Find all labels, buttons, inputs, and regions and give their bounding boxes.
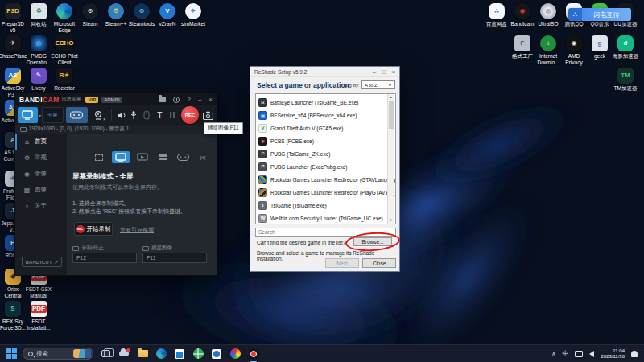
webcam-device-button[interactable]: × <box>89 107 108 123</box>
sidebar-item[interactable]: ▦ 图像 <box>15 182 67 198</box>
rec-button[interactable]: REC <box>181 106 199 124</box>
game-list-item[interactable]: T TslGame (TslGame.exe) <box>256 199 395 212</box>
search-input[interactable] <box>255 228 396 237</box>
start-button[interactable] <box>6 348 17 359</box>
task-view-button[interactable] <box>99 348 112 360</box>
clock[interactable]: 21:04 2023/11/30 <box>601 348 625 360</box>
desktop-icon[interactable]: ✈ ChasePlane <box>0 35 27 60</box>
browser-globe-button[interactable] <box>192 348 204 360</box>
capture-hotkey-input[interactable]: F11 <box>142 253 207 263</box>
hidden-icons-chevron[interactable]: ∧ <box>551 351 555 357</box>
game-recording-mode-button[interactable] <box>66 107 88 123</box>
microsoft-store-button[interactable] <box>173 348 186 360</box>
desktop-icon[interactable]: ✎ Livery <box>24 68 53 92</box>
capture-area-preset-button[interactable]: 全屏 <box>42 107 64 123</box>
game-list-item[interactable]: V Grand Theft Auto V (GTA5.exe) <box>256 121 395 134</box>
desktop-icon[interactable]: ✈ simMarket <box>179 3 208 27</box>
help-button[interactable]: ? <box>187 97 190 103</box>
chevron-down-icon[interactable]: ▾ <box>39 113 41 118</box>
desktop-icon[interactable]: P3D Prepar3D v5 <box>0 3 27 33</box>
desktop-icon[interactable]: PDF FSDT Installati... <box>24 301 53 331</box>
minimize-button[interactable]: – <box>198 97 201 103</box>
bandicut-link[interactable]: BANDICUT↗ <box>22 257 62 267</box>
widgets-weather-button[interactable] <box>118 348 130 360</box>
around-mouse-mode-button[interactable] <box>135 151 150 163</box>
game-list-item[interactable]: P PUBG (TslGame_ZK.exe) <box>256 147 395 160</box>
sidebar-item[interactable]: ℹ 关于 <box>15 198 67 214</box>
desktop-icon[interactable]: ECHO ECHO Pilot Client <box>50 35 79 65</box>
paint-app-button[interactable] <box>229 348 242 360</box>
desktop-icon[interactable]: ⊙ Steam <box>76 3 105 27</box>
desktop-icon[interactable]: S REX Sky Force 3D... <box>0 301 27 331</box>
mouse-effects-button[interactable] <box>140 107 153 123</box>
game-mode-button[interactable] <box>175 151 190 163</box>
pause-button[interactable] <box>166 107 179 123</box>
desktop-icon[interactable]: g geek <box>585 35 614 60</box>
select-area-mode-button[interactable] <box>92 151 106 163</box>
game-list-item[interactable]: ▣ BEService_x64 (BEService_x64.exe) <box>256 109 395 121</box>
desktop-icon[interactable]: F 格式工厂 <box>508 35 537 60</box>
sort-dropdown[interactable]: A to Z ▼ <box>361 80 395 89</box>
back-button[interactable]: ← <box>72 151 86 163</box>
start-recording-button[interactable]: REC 开始录制 <box>74 222 113 236</box>
directx-mode-button[interactable]: [#] <box>196 151 210 163</box>
microphone-button[interactable] <box>127 107 140 123</box>
close-icon[interactable]: × <box>392 69 395 75</box>
desktop-icon[interactable]: ⊙ Steamtools <box>127 3 156 27</box>
recording-time-icon[interactable] <box>173 97 180 103</box>
open-folder-icon[interactable] <box>159 97 166 102</box>
game-list-item[interactable]: B BattlEye Launcher (TslGame_BE.exe) <box>256 96 395 109</box>
game-list-item[interactable]: Rockstar Games Launcher Redirector (Play… <box>256 186 395 199</box>
desktop-icon[interactable]: d 海豚加速器 <box>611 35 640 60</box>
maximize-button[interactable]: □ <box>382 69 386 75</box>
game-list-item[interactable]: Rockstar Games Launcher Redirector (GTAV… <box>256 173 395 186</box>
desktop-icon[interactable]: V vZrayN <box>153 3 182 27</box>
close-button[interactable]: Close <box>362 258 396 268</box>
next-button[interactable]: Next <box>325 258 359 268</box>
desktop-icon[interactable]: ◎ PMDG Operatio... <box>24 35 53 65</box>
network-icon[interactable] <box>575 351 583 357</box>
close-button[interactable]: × <box>208 97 213 103</box>
edge-button[interactable] <box>155 348 167 360</box>
fullscreen-mode-button[interactable] <box>112 151 130 163</box>
desktop-icon-glyph: ◎ <box>35 39 43 47</box>
file-explorer-button[interactable] <box>136 348 149 360</box>
scroll-up-arrow[interactable]: ▲ <box>388 94 394 101</box>
sidebar-item[interactable]: ◉ 录像 <box>15 166 67 182</box>
screen-recording-mode-button[interactable] <box>18 107 38 123</box>
desktop-icon[interactable]: R★ Rockstar <box>50 68 79 92</box>
desktop-icon[interactable]: TM TM加速器 <box>611 68 640 92</box>
desktop-icon[interactable]: ∴ 百度网盘 <box>482 3 511 27</box>
notification-bell-icon[interactable] <box>631 351 638 357</box>
list-scrollbar[interactable]: ▲ ▼ <box>387 94 394 224</box>
text-overlay-button[interactable]: T <box>153 107 166 123</box>
bandicam-taskbar-button[interactable] <box>247 348 260 360</box>
tutorial-video-link[interactable]: 查看引导视频 <box>120 226 154 234</box>
desktop-icon[interactable]: ◎ UltraISO <box>534 3 563 27</box>
desktop-icon[interactable]: ◉ AMD Privacy View <box>559 35 588 66</box>
scrollbar-thumb[interactable] <box>389 101 394 129</box>
game-list-item[interactable]: W Wellbia.com Security Loader (TslGame_U… <box>256 212 395 224</box>
taskbar-search[interactable]: 搜索 <box>23 348 93 360</box>
record-hotkey-input[interactable]: F12 <box>72 253 137 263</box>
desktop-icon[interactable]: ◉ Bandicam <box>508 3 537 27</box>
scroll-down-arrow[interactable]: ▼ <box>388 217 394 224</box>
game-list-item[interactable]: ✱ PCBS (PCBS.exe) <box>256 134 395 147</box>
speaker-button[interactable] <box>115 107 128 123</box>
volume-icon[interactable] <box>589 351 594 357</box>
desktop-icon[interactable]: ⚙ Steam++ <box>101 3 130 27</box>
desktop-icon-glyph: ↓ <box>545 39 551 47</box>
desktop-icon[interactable]: Microsoft Edge <box>50 3 79 33</box>
baidu-upload-widget[interactable]: ∴ 闪电互传 <box>568 8 631 21</box>
screenshot-button[interactable] <box>201 107 214 123</box>
desktop-icon[interactable]: ♻ 回收站 <box>24 3 53 27</box>
sidebar-item[interactable]: ⚙ 常规 <box>15 150 67 166</box>
device-mode-button[interactable] <box>155 151 170 163</box>
minimize-button[interactable]: – <box>373 69 376 75</box>
sidebar-item[interactable]: ⌂ 首页 <box>15 134 67 150</box>
meeting-app-button[interactable] <box>210 348 223 360</box>
ime-indicator[interactable]: 中 <box>562 349 568 358</box>
desktop-icon[interactable]: ↓ Internet Downlo... <box>534 35 563 65</box>
game-list-item[interactable]: P PUBG Launcher (ExecPubg.exe) <box>256 160 395 173</box>
browse-button[interactable]: Browse... <box>353 237 392 246</box>
